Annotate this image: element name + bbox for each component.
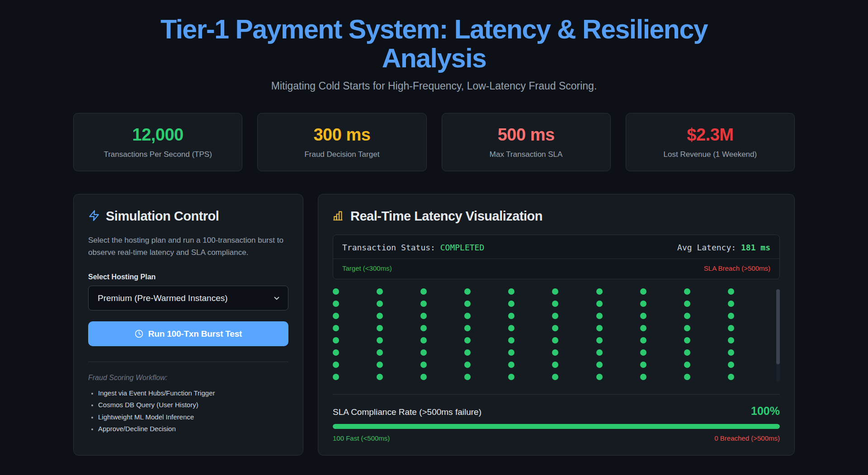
latency-dot — [333, 337, 339, 343]
stat-card-tps: 12,000 Transactions Per Second (TPS) — [73, 113, 242, 171]
stat-value-max-sla: 500 ms — [450, 125, 602, 145]
dot-area-scrollbar-track[interactable] — [776, 289, 780, 382]
latency-dot — [420, 288, 427, 295]
latency-dot — [508, 337, 514, 343]
latency-dot — [333, 374, 339, 380]
latency-dot — [596, 288, 603, 295]
latency-dot — [420, 301, 427, 307]
workflow-step: Lightweight ML Model Inference — [98, 411, 288, 423]
sla-footer-row: 100 Fast (<500ms) 0 Breached (>500ms) — [333, 434, 780, 442]
latency-dot — [464, 301, 471, 307]
stat-card-lost-revenue: $2.3M Lost Revenue (1 Weekend) — [626, 113, 795, 171]
latency-dot — [596, 301, 603, 307]
sla-compliance-value: 100% — [751, 404, 780, 418]
latency-dot — [508, 325, 514, 331]
latency-dot — [596, 337, 603, 343]
dot-area-scrollbar-thumb[interactable] — [776, 289, 780, 364]
latency-dot — [552, 337, 558, 343]
latency-dot — [333, 301, 339, 307]
simulation-panel-header: Simulation Control — [88, 209, 288, 224]
hosting-plan-select[interactable]: Premium (Pre-Warmed Instances) — [88, 286, 288, 310]
latency-dot — [728, 337, 734, 343]
stat-value-tps: 12,000 — [82, 125, 234, 145]
hosting-plan-label: Select Hosting Plan — [88, 273, 288, 281]
latency-dot — [552, 362, 558, 368]
target-legend-label: Target (<300ms) — [342, 264, 392, 272]
latency-dot — [377, 349, 383, 356]
chevron-down-icon — [273, 294, 281, 302]
latency-dot — [552, 288, 558, 295]
latency-dot — [552, 301, 558, 307]
simulation-panel-title: Simulation Control — [106, 209, 219, 224]
page-title: Tier-1 Payment System: Latency & Resilie… — [122, 15, 746, 73]
main-panels: Simulation Control Select the hosting pl… — [73, 194, 795, 456]
page-subtitle: Mitigating Cold Starts for High-Frequenc… — [73, 80, 795, 92]
latency-dot — [508, 288, 514, 295]
stat-value-lost-revenue: $2.3M — [634, 125, 786, 145]
latency-dot — [684, 313, 690, 319]
latency-dot — [552, 349, 558, 356]
latency-dot — [640, 349, 646, 356]
latency-dot — [728, 325, 734, 331]
latency-dot — [552, 325, 558, 331]
workflow-title: Fraud Scoring Workflow: — [88, 374, 288, 382]
latency-dot — [640, 325, 646, 331]
latency-dot — [728, 374, 734, 380]
latency-dot — [684, 349, 690, 356]
stat-label-lost-revenue: Lost Revenue (1 Weekend) — [634, 150, 786, 159]
latency-dot — [640, 362, 646, 368]
latency-dot — [377, 288, 383, 295]
latency-dot — [464, 374, 471, 380]
latency-dot — [640, 301, 646, 307]
stat-label-tps: Transactions Per Second (TPS) — [82, 150, 234, 159]
latency-dot — [420, 337, 427, 343]
sla-compliance-label: SLA Compliance Rate (>500ms failure) — [333, 407, 481, 417]
stats-row: 12,000 Transactions Per Second (TPS) 300… — [73, 113, 795, 171]
latency-dot — [333, 362, 339, 368]
latency-dot-area — [333, 288, 780, 384]
simulation-description: Select the hosting plan and run a 100-tr… — [88, 235, 288, 259]
avg-latency: Avg Latency: 181 ms — [677, 243, 770, 252]
sla-progress-track — [333, 424, 780, 429]
visualization-panel-title: Real-Time Latency Visualization — [350, 209, 542, 224]
latency-dot — [596, 374, 603, 380]
latency-dot — [377, 301, 383, 307]
latency-dot — [333, 288, 339, 295]
latency-dot — [684, 325, 690, 331]
status-box-divider — [333, 259, 779, 259]
run-burst-test-button[interactable]: Run 100-Txn Burst Test — [88, 321, 288, 346]
sla-breach-legend-label: SLA Breach (>500ms) — [704, 264, 770, 272]
latency-dot — [464, 349, 471, 356]
visualization-divider — [333, 394, 780, 395]
page-header: Tier-1 Payment System: Latency & Resilie… — [73, 15, 795, 92]
latency-dot — [684, 337, 690, 343]
latency-dot — [333, 349, 339, 356]
latency-dot — [420, 362, 427, 368]
latency-legend-row: Target (<300ms) SLA Breach (>500ms) — [342, 264, 770, 272]
lightning-bolt-icon — [88, 210, 100, 223]
latency-dot — [640, 337, 646, 343]
latency-dot — [596, 349, 603, 356]
clock-icon — [135, 329, 143, 338]
latency-dot — [508, 362, 514, 368]
avg-latency-value: 181 ms — [741, 243, 770, 252]
latency-dot — [728, 301, 734, 307]
latency-dot — [464, 313, 471, 319]
stat-label-max-sla: Max Transaction SLA — [450, 150, 602, 159]
latency-dot — [728, 313, 734, 319]
latency-dot — [596, 362, 603, 368]
latency-visualization-panel: Real-Time Latency Visualization Transact… — [318, 194, 795, 456]
latency-dot — [640, 288, 646, 295]
latency-dot — [508, 349, 514, 356]
latency-dot — [596, 313, 603, 319]
transaction-status-value: COMPLETED — [440, 243, 485, 252]
latency-dot — [640, 313, 646, 319]
latency-dot — [420, 349, 427, 356]
simulation-divider — [88, 362, 288, 362]
latency-dot — [420, 313, 427, 319]
latency-dot — [684, 374, 690, 380]
sla-progress-fill — [333, 424, 780, 429]
latency-dot — [464, 337, 471, 343]
page: Tier-1 Payment System: Latency & Resilie… — [0, 0, 868, 475]
simulation-control-panel: Simulation Control Select the hosting pl… — [73, 194, 303, 456]
